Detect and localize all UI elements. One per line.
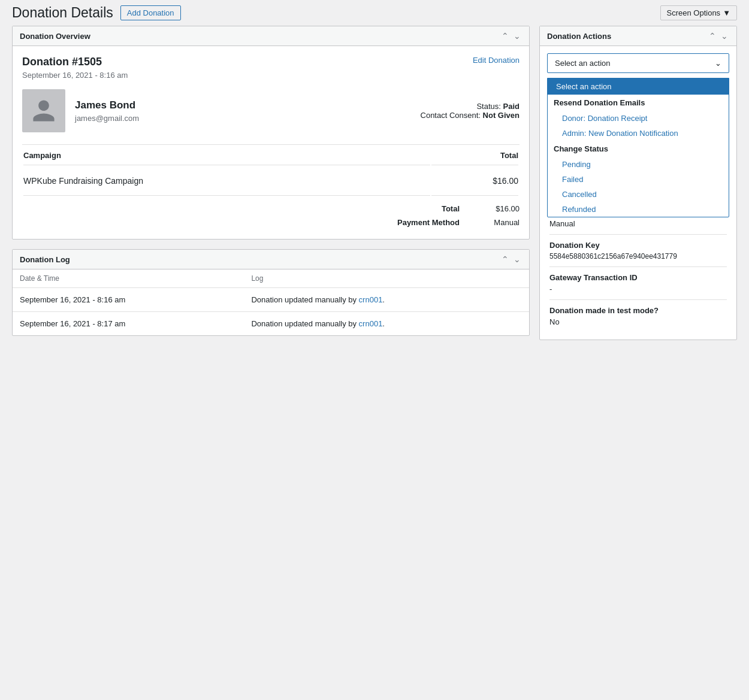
donation-actions-header: Donation Actions ⌃ ⌄ [540, 26, 736, 46]
payment-method-row: Payment Method Manual [22, 216, 520, 229]
actions-collapse-down-button[interactable]: ⌄ [720, 31, 729, 41]
log-log-header: Log [244, 269, 529, 288]
log-datetime: September 16, 2021 - 8:16 am [13, 288, 244, 312]
test-mode-label: Donation made in test mode? [549, 306, 727, 315]
gateway-id-row: Gateway Transaction ID - [549, 267, 727, 300]
right-column: Donation Actions ⌃ ⌄ Select an action ⌄ … [539, 26, 737, 340]
donation-actions-title: Donation Actions [547, 32, 611, 41]
donation-overview-header: Donation Overview ⌃ ⌄ [13, 26, 529, 46]
donation-overview-title: Donation Overview [20, 32, 90, 41]
add-donation-button[interactable]: Add Donation [120, 5, 181, 20]
campaign-section: Campaign Total WPKube Fundraising Campai… [22, 144, 520, 229]
donation-key-row: Donation Key 5584e5880361c2156a67e940ee4… [549, 235, 727, 267]
campaign-name: WPKube Fundraising Campaign [23, 166, 430, 196]
donor-info: James Bond james@gmail.com [75, 99, 421, 123]
campaign-col-header: Campaign [23, 146, 430, 165]
log-message: Donation updated manually by crn001. [244, 288, 529, 312]
actions-collapse-up-button[interactable]: ⌃ [708, 31, 717, 41]
edit-donation-link[interactable]: Edit Donation [473, 56, 520, 65]
donation-log-panel: Donation Log ⌃ ⌄ Date & Time Log Septemb… [12, 249, 530, 336]
donation-key-label: Donation Key [549, 241, 727, 250]
log-message: Donation updated manually by crn001. [244, 312, 529, 336]
action-dropdown-menu[interactable]: Select an actionResend Donation EmailsDo… [547, 78, 729, 217]
dropdown-sub-item[interactable]: Failed [548, 172, 729, 187]
screen-options-button[interactable]: Screen Options ▼ [660, 5, 737, 20]
donation-date: September 16, 2021 - 8:16 am [22, 71, 520, 80]
donation-log-table: Date & Time Log September 16, 2021 - 8:1… [13, 269, 529, 335]
donor-status: Status: Paid Contact Consent: Not Given [421, 102, 520, 120]
collapse-down-button[interactable]: ⌄ [512, 31, 522, 41]
campaign-table: Campaign Total WPKube Fundraising Campai… [22, 145, 520, 197]
dropdown-sub-item[interactable]: Pending [548, 157, 729, 172]
chevron-down-icon: ▼ [723, 8, 730, 17]
page-title: Donation Details [12, 5, 113, 21]
chevron-down-icon: ⌄ [715, 59, 721, 68]
campaign-amount: $16.00 [431, 166, 518, 196]
status-row: Status: Paid [421, 102, 520, 111]
donation-log-header: Donation Log ⌃ ⌄ [13, 250, 529, 269]
action-select-label: Select an action [555, 59, 611, 68]
log-row: September 16, 2021 - 8:17 amDonation upd… [13, 312, 529, 336]
test-mode-value: No [549, 317, 727, 326]
page-title-area: Donation Details Add Donation [12, 5, 181, 21]
dropdown-sub-item[interactable]: Refunded [548, 202, 729, 217]
donation-key-value: 5584e5880361c2156a67e940ee431779 [549, 252, 727, 260]
log-user-link[interactable]: crn001 [359, 319, 383, 328]
user-icon [31, 98, 57, 124]
dropdown-sub-item[interactable]: Cancelled [548, 187, 729, 202]
actions-panel-controls: ⌃ ⌄ [708, 31, 729, 41]
dropdown-group-header: Resend Donation Emails [548, 95, 729, 111]
log-row: September 16, 2021 - 8:16 amDonation upd… [13, 288, 529, 312]
select-action-container: Select an action ⌄ Select an actionResen… [540, 46, 736, 80]
log-panel-controls: ⌃ ⌄ [500, 254, 522, 264]
dropdown-group-header: Change Status [548, 141, 729, 157]
test-mode-row: Donation made in test mode? No [549, 300, 727, 332]
donor-row: James Bond james@gmail.com Status: Paid … [22, 89, 520, 132]
campaign-row: WPKube Fundraising Campaign $16.00 [23, 166, 518, 196]
panel-controls: ⌃ ⌄ [500, 31, 522, 41]
donor-avatar [22, 89, 65, 132]
totals-section: Total $16.00 Payment Method Manual [22, 197, 520, 229]
gateway-id-label: Gateway Transaction ID [549, 273, 727, 282]
donor-name: James Bond [75, 99, 421, 111]
payment-method-info-value: Manual [549, 219, 727, 228]
log-collapse-down-button[interactable]: ⌄ [512, 254, 522, 264]
left-column: Donation Overview ⌃ ⌄ Donation #1505 Edi… [12, 26, 530, 340]
log-collapse-up-button[interactable]: ⌃ [500, 254, 510, 264]
action-select-button[interactable]: Select an action ⌄ [547, 53, 729, 73]
log-user-link[interactable]: crn001 [359, 295, 383, 304]
top-bar: Donation Details Add Donation Screen Opt… [0, 0, 749, 26]
log-header-row: Date & Time Log [13, 269, 529, 288]
donation-header-row: Donation #1505 Edit Donation [22, 56, 520, 68]
consent-row: Contact Consent: Not Given [421, 111, 520, 120]
main-content: Donation Overview ⌃ ⌄ Donation #1505 Edi… [0, 26, 749, 352]
donation-actions-panel: Donation Actions ⌃ ⌄ Select an action ⌄ … [539, 26, 737, 340]
total-row: Total $16.00 [22, 202, 520, 216]
log-datetime: September 16, 2021 - 8:17 am [13, 312, 244, 336]
log-datetime-header: Date & Time [13, 269, 244, 288]
dropdown-sub-item[interactable]: Admin: New Donation Notification [548, 126, 729, 141]
donation-overview-panel: Donation Overview ⌃ ⌄ Donation #1505 Edi… [12, 26, 530, 240]
donation-overview-body: Donation #1505 Edit Donation September 1… [13, 46, 529, 239]
donation-log-title: Donation Log [20, 255, 70, 264]
donor-email: james@gmail.com [75, 114, 421, 123]
total-col-header: Total [431, 146, 518, 165]
collapse-up-button[interactable]: ⌃ [500, 31, 510, 41]
donation-number: Donation #1505 [22, 56, 102, 68]
dropdown-sub-item[interactable]: Donor: Donation Receipt [548, 111, 729, 126]
gateway-id-value: - [549, 284, 727, 293]
dropdown-selected-item[interactable]: Select an action [548, 78, 729, 95]
